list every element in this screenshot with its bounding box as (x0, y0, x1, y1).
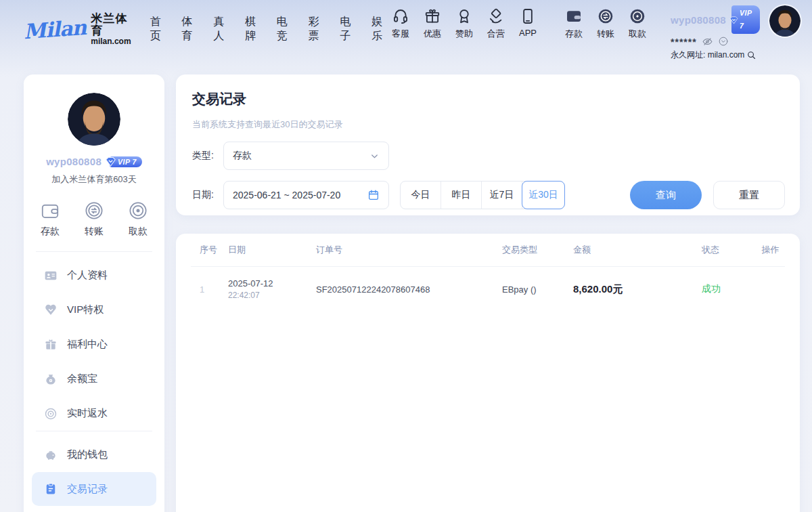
nav-sports[interactable]: 体育 (181, 15, 195, 43)
sidebar-avatar-image (68, 93, 120, 146)
service-label: 客服 (392, 28, 409, 40)
sidebar-avatar (68, 93, 120, 146)
withdraw-outline-icon (128, 200, 148, 221)
promo-label: 优惠 (424, 28, 441, 40)
rebate-icon (44, 407, 58, 421)
col-amount: 金额 (573, 244, 702, 256)
transaction-clipboard-icon (44, 482, 58, 496)
menu-transactions-label: 交易记录 (67, 483, 108, 496)
row-amount: 8,620.00元 (573, 283, 702, 296)
eye-off-icon[interactable] (702, 36, 713, 47)
sidebar-withdraw[interactable]: 取款 (128, 200, 148, 238)
withdraw-label: 取款 (629, 28, 646, 40)
app-link[interactable]: APP (512, 0, 543, 40)
col-actions: 操作 (756, 244, 785, 256)
transactions-table: 序号 日期 订单号 交易类型 金额 状态 操作 1 2025-07-12 22:… (176, 234, 800, 512)
reset-button[interactable]: 重置 (713, 181, 785, 209)
nav-entertainment[interactable]: 娱乐 (371, 15, 385, 43)
chevron-circle-icon[interactable] (718, 36, 729, 47)
site-logo[interactable]: Milan 米兰体育 milan.com (24, 13, 131, 45)
username[interactable]: wyp080808 (671, 14, 726, 26)
row-date: 2025-07-12 (228, 278, 316, 289)
menu-profile[interactable]: 个人资料 (24, 258, 164, 293)
promo-link[interactable]: 优惠 (417, 0, 448, 40)
range-30days[interactable]: 近30日 (522, 181, 565, 209)
quick-range-group: 今日 昨日 近7日 近30日 (400, 181, 565, 209)
calendar-icon (367, 189, 380, 201)
sidebar-deposit[interactable]: 存款 (40, 200, 60, 238)
nav-live[interactable]: 真人 (213, 15, 227, 43)
menu-transactions[interactable]: 交易记录 (32, 472, 156, 506)
top-right: 客服 优惠 赞助 (385, 0, 800, 62)
sidebar-menu-wallet: 我的钱包 交易记录 (24, 431, 164, 506)
type-select[interactable]: 存款 (223, 142, 389, 170)
chevron-down-icon (369, 151, 380, 161)
page-subtitle: 当前系统支持查询最近30日的交易记录 (192, 119, 785, 131)
sidebar-username: wyp080808 (46, 156, 102, 167)
filter-panel: 交易记录 当前系统支持查询最近30日的交易记录 类型: 存款 日期: 2025-… (176, 74, 800, 215)
sidebar-withdraw-label: 取款 (129, 226, 148, 238)
menu-vip-label: VIP特权 (67, 303, 104, 316)
withdraw-link[interactable]: 取款 (622, 0, 653, 40)
range-7days[interactable]: 近7日 (482, 182, 522, 209)
nav-slots[interactable]: 电子 (340, 15, 353, 43)
joined-days: 加入米兰体育第603天 (24, 173, 164, 186)
row-type: EBpay () (502, 284, 573, 295)
avatar-image (769, 5, 800, 37)
search-button[interactable]: 查询 (630, 181, 702, 209)
range-yesterday[interactable]: 昨日 (441, 182, 482, 209)
row-order-no: SF202507122242078607468 (316, 284, 502, 295)
type-row: 类型: 存款 (192, 142, 785, 170)
search-icon[interactable] (746, 50, 757, 60)
handshake-icon (487, 7, 505, 25)
menu-yuebao[interactable]: 余额宝 (24, 362, 164, 396)
nav-home[interactable]: 首页 (150, 15, 164, 43)
transfer-icon (597, 7, 614, 25)
table-row: 1 2025-07-12 22:42:07 SF2025071222420786… (191, 267, 785, 312)
sponsor-label: 赞助 (455, 28, 473, 40)
partner-label: 合营 (487, 28, 505, 40)
avatar[interactable] (769, 5, 800, 37)
type-label: 类型: (192, 150, 223, 162)
page: Milan 米兰体育 milan.com 首页 体育 真人 棋牌 电竞 彩票 电… (0, 0, 812, 512)
gift-icon (424, 7, 441, 25)
partner-link[interactable]: 合营 (480, 0, 512, 40)
page-title: 交易记录 (192, 90, 785, 108)
wallet-outline-icon (40, 200, 60, 221)
vip-diamond-icon (104, 155, 117, 168)
nav-esports[interactable]: 电竞 (277, 15, 290, 43)
deposit-link[interactable]: 存款 (558, 0, 589, 40)
row-time: 22:42:07 (228, 291, 316, 300)
nav-cards[interactable]: 棋牌 (245, 15, 258, 43)
benefits-gift-icon (44, 338, 58, 351)
logo-script-text: Milan (23, 15, 87, 43)
sidebar-vip-badge: VIP 7 (104, 155, 142, 168)
row-seq: 1 (191, 284, 228, 295)
vip-diamond-icon (729, 14, 739, 26)
date-range-value: 2025-06-21 ~ 2025-07-20 (233, 190, 340, 200)
range-today[interactable]: 今日 (401, 182, 441, 209)
user-info: wyp080808 VIP 7 ****** (671, 0, 760, 62)
permanent-url: 永久网址: milan.com (671, 49, 744, 62)
service-link[interactable]: 客服 (385, 0, 416, 40)
menu-benefits-label: 福利中心 (67, 338, 108, 351)
balance-masked: ****** (671, 34, 697, 49)
col-order: 订单号 (316, 244, 502, 256)
menu-profile-label: 个人资料 (67, 269, 108, 282)
date-row: 日期: 2025-06-21 ~ 2025-07-20 今日 昨日 近7日 近3… (192, 181, 785, 209)
transfer-link[interactable]: 转账 (590, 0, 621, 40)
top-bar: Milan 米兰体育 milan.com 首页 体育 真人 棋牌 电竞 彩票 电… (0, 0, 812, 58)
menu-rebate[interactable]: 实时返水 (24, 396, 164, 431)
piggy-wallet-icon (44, 448, 58, 462)
main-nav: 首页 体育 真人 棋牌 电竞 彩票 电子 娱乐 (150, 15, 385, 43)
table-header: 序号 日期 订单号 交易类型 金额 状态 操作 (191, 234, 785, 267)
sidebar-menu: 个人资料 VIP特权 福利中心 (24, 252, 164, 431)
nav-lottery[interactable]: 彩票 (309, 15, 322, 43)
menu-benefits[interactable]: 福利中心 (24, 327, 164, 362)
sponsor-link[interactable]: 赞助 (449, 0, 480, 40)
menu-vip[interactable]: VIP特权 (24, 293, 164, 327)
sidebar-transfer[interactable]: 转账 (84, 200, 104, 238)
menu-my-wallet[interactable]: 我的钱包 (24, 438, 164, 472)
date-range-input[interactable]: 2025-06-21 ~ 2025-07-20 (223, 181, 389, 209)
vip-badge: VIP 7 (729, 5, 760, 34)
